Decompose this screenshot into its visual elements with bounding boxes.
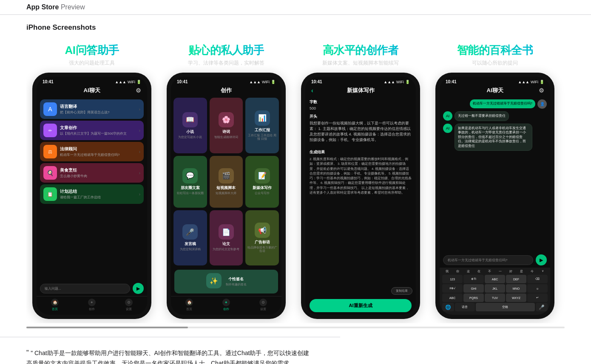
gear-icon-1[interactable]: ⚙: [136, 87, 141, 94]
copy-button[interactable]: 复制结果: [391, 287, 412, 295]
nav-label: 设置: [260, 307, 266, 311]
key-abc-switch[interactable]: ABC: [442, 293, 463, 302]
send-button-1[interactable]: ▶: [133, 283, 144, 294]
key-globe[interactable]: 🌐: [442, 303, 454, 311]
battery-icon: 🔋: [540, 80, 544, 84]
grid-item-report[interactable]: 📊 工作汇报 工作汇报 工作总结 周报 日报: [245, 98, 279, 153]
phone-inner-3: 10:41 ▲▲▲ WiFi 🔋 ‹ 新媒体写作 字数: [305, 77, 416, 315]
grid-item-paper[interactable]: 📄 论文 为您的论文定制参考: [210, 210, 243, 265]
status-bar-3: 10:41 ▲▲▲ WiFi 🔋: [305, 77, 416, 85]
keyboard-area: 我 你 这 在 不 一 好 是 今 ∨: [440, 268, 550, 315]
grid-label: 小说: [186, 129, 194, 135]
qb-shi[interactable]: 是: [517, 269, 526, 274]
key-mic[interactable]: 🎤: [536, 303, 548, 311]
grid-label: 广告标语: [255, 240, 270, 245]
key-space[interactable]: 空格: [476, 303, 535, 311]
nav-item-home[interactable]: 🏠 首页: [185, 299, 193, 311]
grid-label: 工作汇报: [255, 127, 270, 133]
signal-icon: ▲▲▲: [115, 80, 126, 84]
grid-label: 发言稿: [185, 241, 196, 247]
list-item[interactable]: A 语言翻译 把【前外心克郎】用英语怎么说? ›: [40, 99, 144, 119]
grid-item-speech[interactable]: 🎤 发言稿 为您定制演讲稿: [173, 210, 207, 265]
nav-item-create[interactable]: ✦ 创作: [88, 299, 96, 311]
list-item[interactable]: ✏ 文章创作 以【现代长江文字】为题写一篇500字的作文 ›: [40, 121, 144, 140]
ai-avatar-1: AI: [443, 111, 452, 121]
app-store-label: App Store: [26, 3, 59, 11]
keyboard-row-3: ABC PQRS TUV WXYZ ↵: [442, 293, 548, 302]
wifi-icon: WiFi: [262, 80, 270, 84]
key-tuv[interactable]: TUV: [485, 293, 505, 302]
grid-item-ad[interactable]: 📢 广告标语 给品牌创造有力量的广告语: [245, 210, 279, 265]
qb-bu[interactable]: 不: [485, 269, 494, 274]
qb-wo[interactable]: 我: [442, 269, 452, 274]
send-button-4[interactable]: ▶: [536, 254, 547, 265]
grid-item-novel[interactable]: 📖 小说 为您定写超长小说: [173, 98, 207, 153]
phone-inner-2: 10:41 ▲▲▲ WiFi 🔋 创作: [171, 77, 281, 315]
field-value-intro: 我想要创作一份短视频拍摄大纲，以下是一些可以考虑的要素： 1. 主题和故事线：确…: [310, 121, 412, 146]
ai-message-1: 无过错一般不需要承担赔偿责任: [455, 111, 509, 121]
key-return[interactable]: ↵: [527, 293, 548, 302]
key-mno[interactable]: MNO: [506, 284, 526, 293]
key-backspace[interactable]: ⌫: [527, 275, 548, 283]
screenshots-section: iPhone Screenshots AI问答助手 强大的问题处理工具 10:4…: [0, 15, 591, 337]
key-hash[interactable]: #⊕√: [442, 284, 463, 293]
grid-sublabel: 为您定写超长小说: [178, 135, 202, 139]
bottom-nav-1: 🏠 首页 ✦ 创作 ⚙ 设置: [37, 296, 147, 315]
key-emoji[interactable]: ☺: [527, 284, 548, 293]
grid-item-poetry[interactable]: 🌸 诗词 智能生成格律诗词: [210, 98, 243, 153]
list-item[interactable]: 🍳 美食烹饪 怎么做小炒黄牛肉 ›: [40, 163, 144, 183]
phone-inner-4: 10:41 ▲▲▲ WiFi 🔋 AI聊天 ⚙: [440, 77, 550, 315]
qb-more[interactable]: ∨: [538, 269, 548, 274]
grid-sublabel: 短视频脚本大师: [216, 192, 236, 195]
list-item[interactable]: 📋 计划总结 请给我一篇工厂的工作总结 ›: [40, 184, 144, 204]
item-title: 美食烹饪: [60, 167, 137, 173]
key-pqrs[interactable]: PQRS: [463, 293, 484, 302]
key-ghi[interactable]: GHI: [463, 284, 484, 293]
qb-yi[interactable]: 一: [495, 269, 505, 274]
grid-item-video[interactable]: 🎬 短视频脚本 短视频脚本大师: [210, 156, 243, 208]
settings-icon: ⚙: [125, 299, 133, 306]
key-123[interactable]: 123: [442, 275, 463, 283]
gear-icon-4[interactable]: ⚙: [539, 87, 544, 94]
chat-input-1[interactable]: 输入问题...: [40, 284, 130, 293]
nav-item-settings[interactable]: ⚙ 设置: [125, 299, 133, 311]
nav-label-create: 创作: [89, 307, 95, 311]
nav-label: 创作: [223, 307, 229, 311]
scroll-track[interactable]: [26, 327, 565, 328]
settings-icon: ⚙: [259, 299, 267, 306]
key-voice[interactable]: 语音: [455, 303, 475, 311]
poetry-icon: 🌸: [219, 112, 234, 127]
key-jkl[interactable]: JKL: [485, 284, 505, 293]
paper-icon: 📄: [219, 224, 234, 240]
phone-outer-1: 10:41 ▲▲▲ WiFi 🔋 AI聊天 ⚙: [32, 73, 151, 319]
nav-item-create[interactable]: ✦ 创作: [222, 299, 230, 311]
qb-jin[interactable]: 今: [528, 269, 537, 274]
chevron-right-icon: ›: [139, 128, 140, 133]
keyboard-quickbar: 我 你 这 在 不 一 好 是 今 ∨: [442, 269, 548, 274]
qb-hao[interactable]: 好: [506, 269, 516, 274]
nav-item-home[interactable]: 🏠 首页: [51, 299, 59, 311]
key-def[interactable]: DEF: [506, 275, 526, 283]
ai-message-2: 如果是是机动车与行人或者非机动车发生交通事故的，机动车一方即使无责任也要承担一小…: [455, 124, 532, 151]
nav-label-settings: 设置: [126, 307, 132, 311]
status-time-2: 10:41: [177, 79, 188, 84]
grid-item-media[interactable]: 📝 新媒体写作 公众号写作: [245, 156, 279, 208]
qb-zai[interactable]: 在: [474, 269, 483, 274]
key-wxyz[interactable]: WXYZ: [506, 293, 526, 302]
app-title-4: AI聊天: [487, 87, 503, 94]
preview-word: Preview: [61, 3, 85, 11]
key-abc[interactable]: ABC: [485, 275, 505, 283]
back-arrow-icon[interactable]: ‹: [311, 87, 313, 94]
item-sub: 请给我一篇工厂的工作总结: [60, 195, 137, 200]
message-row-ai-2: AI 如果是是机动车与行人或者非机动车发生交通事故的，机动车一方即使无责任也要承…: [443, 124, 547, 151]
ai-regen-button[interactable]: AI重新生成: [310, 299, 412, 312]
qb-zhe[interactable]: 这: [463, 269, 473, 274]
nav-item-settings[interactable]: ⚙ 设置: [259, 299, 267, 311]
list-item[interactable]: ⚖ 法律顾问 机动车一方无过错就等于无赔偿责任吗? ›: [40, 142, 144, 161]
grid-item-moments[interactable]: 💬 朋友圈文案 轻松写出一条朋友圈: [173, 156, 207, 208]
qb-ni[interactable]: 你: [453, 269, 462, 274]
screenshots-wrapper: AI问答助手 强大的问题处理工具 10:41 ▲▲▲ WiFi 🔋: [26, 40, 565, 328]
chat-input-4[interactable]: 机动车一方无过错就等于无赔偿责任吗?: [443, 255, 533, 265]
phone-outer-3: 10:41 ▲▲▲ WiFi 🔋 ‹ 新媒体写作 字数: [301, 73, 420, 319]
key-symbol[interactable]: ⊕Ti: [463, 275, 484, 283]
